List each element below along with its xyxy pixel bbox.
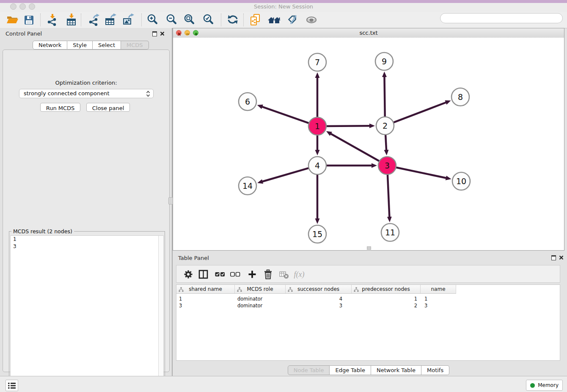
export-image-icon[interactable] bbox=[121, 13, 136, 27]
delete-row-trash-icon[interactable] bbox=[262, 269, 274, 280]
show-column-icon[interactable] bbox=[198, 269, 209, 280]
zoom-selected-icon[interactable] bbox=[201, 13, 216, 27]
svg-text:9: 9 bbox=[382, 57, 387, 66]
home-icon[interactable] bbox=[267, 13, 282, 27]
graph-node-7[interactable]: 7 bbox=[308, 53, 326, 71]
table-tab-edge-table[interactable]: Edge Table bbox=[330, 365, 371, 375]
graph-node-10[interactable]: 10 bbox=[452, 172, 470, 190]
add-row-icon[interactable] bbox=[246, 269, 258, 280]
edge-2-9[interactable] bbox=[382, 72, 387, 118]
table-tab-motifs[interactable]: Motifs bbox=[421, 365, 449, 375]
network-view-window: scc.txt 7968124314101511 bbox=[173, 28, 564, 251]
memory-button[interactable]: Memory bbox=[526, 380, 563, 391]
edge-1-6[interactable] bbox=[257, 105, 310, 124]
edge-4-15[interactable] bbox=[315, 174, 320, 224]
table-cell[interactable]: 3 bbox=[421, 302, 456, 309]
run-mcds-button[interactable]: Run MCDS bbox=[40, 103, 80, 112]
graph-node-14[interactable]: 14 bbox=[239, 177, 256, 195]
edge-2-3[interactable] bbox=[384, 134, 389, 155]
column-header-MCDS-role[interactable]: MCDS role bbox=[235, 285, 286, 294]
import-network-icon[interactable] bbox=[45, 13, 60, 27]
column-header-name[interactable]: name bbox=[421, 285, 456, 294]
svg-text:2: 2 bbox=[383, 121, 388, 130]
graph-node-2[interactable]: 2 bbox=[376, 117, 394, 135]
function-builder-icon[interactable]: f(x) bbox=[293, 269, 305, 280]
table-cell[interactable]: 4 bbox=[286, 295, 352, 302]
export-table-icon[interactable] bbox=[103, 13, 118, 27]
tab-select[interactable]: Select bbox=[93, 41, 121, 50]
list-icon bbox=[7, 381, 17, 390]
show-hide-panel-eye-icon[interactable] bbox=[304, 13, 319, 27]
titlebar: Session: New Session bbox=[0, 3, 567, 12]
column-header-successor-nodes[interactable]: successor nodes bbox=[286, 285, 352, 294]
select-all-checkboxes-icon[interactable] bbox=[214, 269, 226, 280]
table-tab-network-table[interactable]: Network Table bbox=[371, 365, 421, 375]
graph-node-15[interactable]: 15 bbox=[308, 225, 326, 243]
status-bar: Memory bbox=[0, 376, 567, 392]
graph-node-6[interactable]: 6 bbox=[239, 93, 256, 110]
zoom-out-icon[interactable] bbox=[164, 13, 179, 27]
refresh-icon[interactable] bbox=[226, 13, 241, 27]
column-header-predecessor-nodes[interactable]: predecessor nodes bbox=[352, 285, 421, 294]
save-session-icon[interactable] bbox=[21, 13, 36, 27]
edge-3-10[interactable] bbox=[395, 167, 451, 180]
tab-mcds[interactable]: MCDS bbox=[121, 41, 149, 50]
edge-1-2[interactable] bbox=[325, 124, 375, 128]
open-session-file-icon[interactable] bbox=[248, 13, 263, 27]
search-input[interactable] bbox=[440, 13, 563, 23]
graph-node-4[interactable]: 4 bbox=[308, 157, 326, 174]
table-cell[interactable]: 3 bbox=[176, 302, 235, 309]
tab-style[interactable]: Style bbox=[67, 41, 93, 50]
edge-3-11[interactable] bbox=[387, 174, 392, 222]
close-table-panel-icon[interactable] bbox=[559, 255, 564, 260]
float-table-panel-icon[interactable] bbox=[551, 255, 556, 260]
table-cell[interactable]: 1 bbox=[421, 295, 456, 302]
svg-text:11: 11 bbox=[385, 228, 395, 237]
graph-node-3[interactable]: 3 bbox=[378, 157, 396, 174]
hide-graphics-details-icon[interactable] bbox=[285, 13, 300, 27]
edge-3-1[interactable] bbox=[326, 131, 380, 162]
table-cell[interactable]: dominator bbox=[235, 295, 286, 302]
mcds-pane: Optimization criterion: strongly connect… bbox=[3, 50, 170, 372]
view-resize-handle[interactable] bbox=[367, 246, 371, 250]
edge-4-14[interactable] bbox=[257, 168, 310, 184]
deselect-all-checkboxes-icon[interactable] bbox=[229, 269, 241, 280]
optimization-criterion-select[interactable]: strongly connected component bbox=[19, 89, 154, 98]
network-canvas[interactable]: 7968124314101511 bbox=[173, 38, 564, 250]
zoom-fit-icon[interactable] bbox=[182, 13, 197, 27]
close-panel-icon[interactable] bbox=[160, 31, 165, 36]
close-panel-button[interactable]: Close panel bbox=[86, 103, 130, 112]
edge-1-7[interactable] bbox=[315, 72, 320, 118]
export-network-icon[interactable] bbox=[86, 13, 102, 27]
graph-node-9[interactable]: 9 bbox=[375, 52, 393, 70]
edge-1-4[interactable] bbox=[315, 134, 320, 155]
column-header-shared-name[interactable]: shared name bbox=[176, 285, 235, 294]
float-panel-icon[interactable] bbox=[152, 31, 157, 36]
table-cell[interactable]: 2 bbox=[352, 302, 421, 309]
table-row[interactable]: 3dominator323 bbox=[176, 302, 456, 309]
network-window-titlebar[interactable]: scc.txt bbox=[173, 28, 564, 38]
table-cell[interactable]: 1 bbox=[176, 295, 235, 302]
table-cell[interactable]: 3 bbox=[286, 302, 352, 309]
result-scrollbar[interactable] bbox=[158, 236, 163, 391]
table-settings-gear-icon[interactable] bbox=[182, 269, 194, 280]
open-session-icon[interactable] bbox=[5, 13, 20, 27]
mcds-result-textarea[interactable]: 13 bbox=[10, 235, 164, 392]
edge-4-3[interactable] bbox=[325, 163, 377, 168]
zoom-in-icon[interactable] bbox=[145, 13, 160, 27]
graph-node-11[interactable]: 11 bbox=[381, 224, 399, 241]
table-tab-node-table[interactable]: Node Table bbox=[288, 365, 330, 375]
import-table-icon[interactable] bbox=[64, 13, 79, 27]
graph-node-1[interactable]: 1 bbox=[308, 117, 326, 135]
table-cell[interactable]: 1 bbox=[352, 295, 421, 302]
graph-node-8[interactable]: 8 bbox=[451, 88, 469, 106]
table-row[interactable]: 1dominator411 bbox=[176, 295, 456, 302]
tab-network[interactable]: Network bbox=[33, 41, 67, 50]
table-cell[interactable]: dominator bbox=[235, 302, 286, 309]
control-panel-title: Control Panel bbox=[6, 30, 42, 37]
task-history-button[interactable] bbox=[6, 380, 18, 391]
window-title: Session: New Session bbox=[0, 3, 567, 10]
delete-table-icon[interactable] bbox=[278, 269, 290, 280]
edge-2-8[interactable] bbox=[393, 100, 451, 123]
toolbar-separator bbox=[40, 14, 41, 26]
